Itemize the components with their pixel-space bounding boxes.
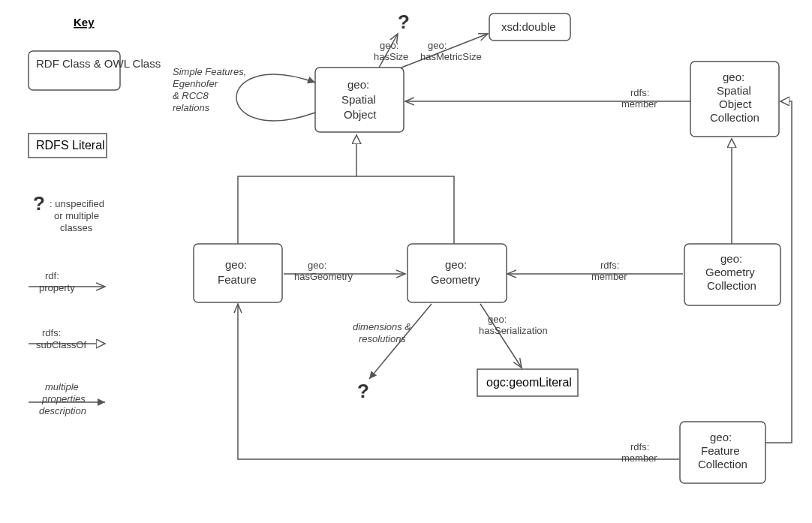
svg-text:Feature: Feature <box>218 273 257 286</box>
svg-text:classes: classes <box>60 222 93 233</box>
svg-text:hasMetricSize: hasMetricSize <box>420 51 482 62</box>
svg-text:geo:: geo: <box>710 431 732 443</box>
svg-text:geo:: geo: <box>347 78 369 91</box>
legend-qmark: ? <box>33 192 45 215</box>
svg-text:or multiple: or multiple <box>54 210 99 221</box>
svg-text:geo:: geo: <box>428 40 447 51</box>
node-geom-literal: ogc:geomLiteral <box>477 369 578 396</box>
svg-text:geo:: geo: <box>720 252 742 265</box>
svg-text:Collection: Collection <box>710 111 759 124</box>
node-geometry: geo: Geometry <box>408 244 507 302</box>
svg-text:member: member <box>621 452 657 464</box>
svg-text:geo:: geo: <box>488 314 507 325</box>
svg-text:rdf:: rdf: <box>45 270 59 281</box>
svg-text:geo:: geo: <box>445 258 467 271</box>
svg-text:Object: Object <box>719 98 752 110</box>
diagram-canvas: Key RDF Class & OWL Class RDFS Literal ?… <box>0 0 812 523</box>
svg-text:properties: properties <box>41 393 86 404</box>
qmark-hassize: ? <box>398 11 410 33</box>
legend-rdfs-literal: RDFS Literal <box>29 134 107 158</box>
svg-text:Spatial: Spatial <box>717 84 751 97</box>
svg-text:geo:: geo: <box>225 258 247 271</box>
svg-text:hasGeometry: hasGeometry <box>294 271 353 282</box>
node-feature: geo: Feature <box>194 244 282 302</box>
svg-text:rdfs:: rdfs: <box>630 87 649 98</box>
svg-text:Collection: Collection <box>707 279 756 292</box>
svg-text:dimensions &: dimensions & <box>353 321 411 332</box>
svg-text:geo:: geo: <box>308 260 326 271</box>
svg-text:hasSize: hasSize <box>374 51 408 62</box>
svg-text:rdfs:: rdfs: <box>42 327 61 338</box>
svg-text:hasSerialization: hasSerialization <box>479 325 548 336</box>
svg-text:rdfs:: rdfs: <box>630 441 649 452</box>
svg-text:multiple: multiple <box>45 381 79 392</box>
svg-text:geo:: geo: <box>723 71 744 83</box>
svg-text:Collection: Collection <box>698 458 747 470</box>
svg-text:member: member <box>621 98 657 110</box>
legend-qmark-desc: : unspecified <box>50 198 104 209</box>
svg-text:Geometry: Geometry <box>705 266 755 278</box>
svg-text:Feature: Feature <box>701 444 740 457</box>
node-feature-collection: geo: Feature Collection <box>680 422 765 483</box>
svg-text:relations: relations <box>173 102 210 113</box>
svg-text:resolutions: resolutions <box>359 333 406 344</box>
edge-member-fc <box>238 304 679 459</box>
svg-text:Geometry: Geometry <box>431 273 480 286</box>
node-spatial-object-collection: geo: Spatial Object Collection <box>690 62 779 137</box>
svg-text:RDF Class & OWL Class: RDF Class & OWL Class <box>36 57 161 70</box>
svg-text:RDFS Literal: RDFS Literal <box>36 139 105 152</box>
svg-text:ogc:geomLiteral: ogc:geomLiteral <box>486 376 572 389</box>
svg-text:Object: Object <box>344 108 377 121</box>
edge-self-relations <box>236 74 315 121</box>
edge-feature-subclass <box>238 135 356 244</box>
svg-text:Spatial: Spatial <box>341 93 376 106</box>
node-geometry-collection: geo: Geometry Collection <box>684 244 780 305</box>
key-title: Key <box>74 16 95 29</box>
svg-text:rdfs:: rdfs: <box>600 260 619 271</box>
svg-text:geo:: geo: <box>380 40 398 51</box>
svg-text:Egenhofer: Egenhofer <box>173 78 218 89</box>
svg-text:& RCC8: & RCC8 <box>173 90 209 101</box>
svg-text:subClassOf: subClassOf <box>36 339 87 350</box>
svg-text:description: description <box>39 405 86 416</box>
svg-text:property: property <box>39 282 75 293</box>
svg-text:Simple Features,: Simple Features, <box>173 66 246 77</box>
node-spatial-object: geo: Spatial Object <box>315 68 404 132</box>
edge-geometry-subclass-join <box>356 176 454 244</box>
node-xsd-double: xsd:double <box>489 14 570 41</box>
svg-text:member: member <box>591 271 627 282</box>
legend-rdf-class: RDF Class & OWL Class <box>29 51 161 90</box>
svg-text:xsd:double: xsd:double <box>501 20 556 33</box>
qmark-dimres: ? <box>357 380 369 402</box>
